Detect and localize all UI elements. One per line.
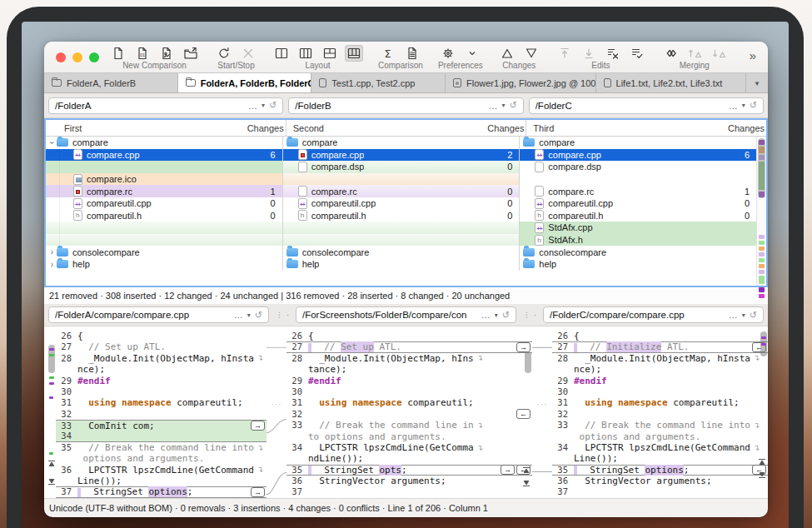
code-line[interactable]: 30 <box>286 386 532 397</box>
code-line[interactable]: 32 <box>552 409 768 420</box>
tab-foldera-folderb[interactable]: FolderA, FolderB <box>44 73 178 92</box>
path-dropdown-icon[interactable]: ▾ <box>247 311 251 319</box>
tab-life1-txt-life2-txt-life3-txt[interactable]: Life1.txt, Life2.txt, Life3.txt <box>596 73 747 92</box>
code-line[interactable]: 35 // Break the command line into↴ <box>56 442 267 453</box>
splitter-handle-icon[interactable]: ⋮· <box>274 310 291 320</box>
code-line[interactable]: 31 using namespace compareutil; <box>286 397 532 408</box>
folder-column-header[interactable]: FirstChanges <box>46 120 286 136</box>
code-line[interactable]: 27 // Set up ATL. <box>56 341 267 352</box>
path-ellipsis-icon[interactable]: … <box>234 310 243 320</box>
path-history-icon[interactable]: ↺ <box>750 310 757 321</box>
scroll-top-anchor-icon[interactable] <box>522 466 531 474</box>
zoom-window-button[interactable] <box>89 52 99 62</box>
path-history-icon[interactable]: ↺ <box>269 100 276 111</box>
folder-row-cell[interactable]: ›help <box>46 258 283 271</box>
code-line[interactable]: 32 <box>56 409 267 420</box>
absent-item-cell[interactable] <box>46 222 283 234</box>
tab-foldera-folderb-folderc[interactable]: FolderA, FolderB, FolderC <box>178 73 312 92</box>
tab-flower1-jpg-flower2-jpg-100-[interactable]: Flower1.jpg, Flower2.jpg @ 100% <box>446 73 596 92</box>
changed-line[interactable]: 37 StringSet options;→ <box>56 486 267 497</box>
code-pane-third[interactable]: 26{27 // Initialize ATL.←28 _Module.Init… <box>552 326 768 498</box>
new-text-comparison-icon[interactable] <box>109 45 127 62</box>
file-row-cell[interactable]: ++StdAfx.cpp <box>520 222 756 234</box>
path-history-icon[interactable]: ↺ <box>255 310 262 321</box>
chevron-collapsed-icon[interactable]: › <box>47 260 57 269</box>
code-line[interactable]: Line()); <box>552 453 768 464</box>
new-folder-comparison-icon[interactable] <box>182 45 200 62</box>
push-right-button[interactable]: → <box>251 487 265 497</box>
tab-list-dropdown-icon[interactable]: ▾ <box>746 73 768 92</box>
code-line[interactable]: 32← <box>286 409 532 420</box>
file-row-cell[interactable]: hStdAfx.h <box>520 234 756 247</box>
changed-line[interactable]: 27 // Initialize ATL.← <box>552 341 768 352</box>
file-row-cell[interactable]: compare.ico <box>46 173 283 186</box>
file-path-field-1[interactable]: /FolderA/compare/compare.cpp…▾↺ <box>48 306 269 323</box>
new-binary-comparison-icon[interactable]: 01 <box>133 45 152 62</box>
scroll-top-anchor-icon[interactable] <box>758 458 766 466</box>
push-change-up-icon[interactable] <box>555 45 574 62</box>
file-row-cell[interactable]: ++compareutil.cpp0 <box>46 197 283 210</box>
file-row-cell[interactable]: hcompareutil.h0 <box>520 210 756 222</box>
folder-row-cell[interactable]: consolecompare <box>520 246 756 258</box>
code-line[interactable]: 31 using namespace compareutil; <box>56 397 267 408</box>
automatic-merge-icon[interactable] <box>661 45 680 62</box>
layout-three-merged-icon[interactable] <box>345 45 363 62</box>
file-row-cell[interactable]: compare.cpp2 <box>283 149 521 162</box>
folder-path-field-2[interactable]: /FolderB…▾↺ <box>288 97 523 114</box>
preferences-gear-icon[interactable] <box>439 45 457 62</box>
code-line[interactable]: tance); <box>286 364 532 375</box>
path-history-icon[interactable]: ↺ <box>509 100 516 111</box>
comparison-report-icon[interactable] <box>403 45 421 62</box>
minimize-window-button[interactable] <box>72 52 82 62</box>
code-line[interactable]: options and arguments. <box>56 453 267 464</box>
code-line[interactable]: 28 _Module.Init(ObjectMap, hInsta↴ <box>552 353 768 364</box>
folder-row-cell[interactable]: ›consolecompare <box>46 246 283 258</box>
code-line[interactable]: 30 <box>56 386 267 397</box>
code-line[interactable]: Line()); <box>56 476 267 486</box>
changed-line[interactable]: 34 <box>56 431 267 442</box>
previous-conflict-icon[interactable] <box>685 45 704 62</box>
code-line[interactable]: 29#endif <box>286 376 532 386</box>
code-line[interactable]: 37 <box>286 486 532 497</box>
start-comparison-icon[interactable] <box>215 45 233 62</box>
tab-test1-cpp-test2-cpp[interactable]: Test1.cpp, Test2.cpp <box>311 73 446 92</box>
path-dropdown-icon[interactable]: ▾ <box>495 311 498 319</box>
code-pane-second[interactable]: 26{27 // Set up ATL.→28 _Module.Init(Obj… <box>286 326 532 498</box>
file-row-cell[interactable]: ++compareutil.cpp0 <box>283 197 521 210</box>
file-row-cell[interactable]: compare.rc1 <box>520 185 756 197</box>
accept-edits-icon[interactable] <box>628 45 646 62</box>
code-line[interactable]: 26{ <box>56 331 267 341</box>
stop-comparison-icon[interactable] <box>239 45 257 62</box>
file-row-cell[interactable]: ++compare.cpp6 <box>46 149 283 162</box>
layout-split-icon[interactable] <box>321 45 339 62</box>
path-dropdown-icon[interactable]: ▾ <box>262 102 265 109</box>
file-path-field-2[interactable]: /ForScreenshots/FolderB/compare/con…▾↺ <box>296 306 516 323</box>
folder-path-field-3[interactable]: /FolderC…▾↺ <box>529 97 764 114</box>
file-row-cell[interactable]: hcompareutil.h0 <box>46 210 283 222</box>
path-dropdown-icon[interactable]: ▾ <box>742 311 745 319</box>
push-right-button[interactable]: → <box>251 421 265 431</box>
absent-item-cell[interactable] <box>520 173 756 186</box>
folder-row-cell[interactable]: help <box>520 258 756 271</box>
file-path-field-3[interactable]: /FolderC/compare/compare.cpp…▾↺ <box>543 306 764 323</box>
file-row-cell[interactable]: compare.dsp0 <box>283 161 521 173</box>
folder-overview-scrollbar[interactable] <box>756 137 766 286</box>
changed-line[interactable]: 35 StringSet opts;←→ <box>286 465 532 476</box>
path-dropdown-icon[interactable]: ▾ <box>501 102 505 109</box>
next-change-icon[interactable] <box>522 45 541 62</box>
code-line[interactable]: 33 // Break the command line into↴ <box>552 420 768 431</box>
folder-row-cell[interactable]: consolecompare <box>283 246 521 258</box>
layout-three-pane-icon[interactable] <box>296 45 315 62</box>
push-right-button[interactable]: → <box>501 465 515 475</box>
code-line[interactable]: 29#endif <box>56 376 267 386</box>
changed-line[interactable]: 27 // Set up ATL.→ <box>286 341 532 352</box>
code-line[interactable]: 36 StringVector arguments; <box>286 476 532 486</box>
folder-path-field-1[interactable]: /FolderA…▾↺ <box>48 97 283 114</box>
folder-row-cell[interactable]: help <box>283 258 521 271</box>
code-line[interactable]: 36 LPCTSTR lpszCmdLine(GetCommand↴ <box>56 465 267 476</box>
file-row-cell[interactable]: compare.rc0 <box>283 185 521 197</box>
file-row-cell[interactable]: compare.dsp <box>520 161 756 173</box>
overview-scrollbar-thumb[interactable] <box>758 138 765 198</box>
next-conflict-icon[interactable] <box>710 45 728 62</box>
code-line[interactable]: 33 // Break the command line in↴ <box>286 420 532 431</box>
